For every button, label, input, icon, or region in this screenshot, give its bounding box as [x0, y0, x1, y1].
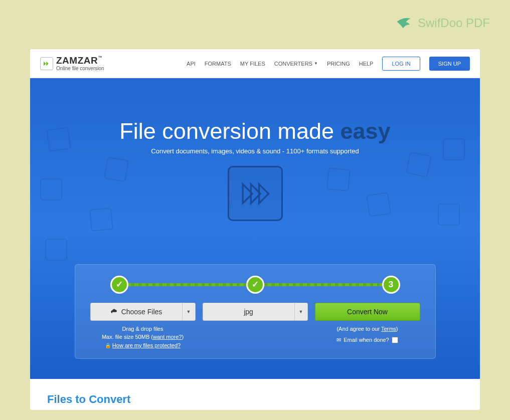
- brand-logo[interactable]: ZAMZAR™ Online file conversion: [40, 56, 104, 71]
- nav-converters[interactable]: CONVERTERS▼: [274, 61, 318, 67]
- file-protection-link[interactable]: How are my files protected?: [112, 342, 181, 348]
- upload-hints: Drag & drop files Max. file size 50MB (w…: [102, 325, 184, 350]
- zamzar-arrows-icon: [42, 59, 51, 68]
- chevron-down-icon[interactable]: ▼: [182, 303, 195, 320]
- nav-formats[interactable]: FORMATS: [205, 61, 231, 67]
- step-2-done: ✓: [246, 276, 264, 294]
- cloud-upload-icon: [110, 308, 118, 316]
- watermark-text: SwifDoo PDF: [418, 16, 490, 30]
- brand-name: ZAMZAR: [56, 55, 98, 66]
- nav-pricing[interactable]: PRICING: [327, 61, 350, 67]
- chevron-down-icon: ▼: [314, 61, 318, 66]
- step-3-current: 3: [382, 276, 400, 294]
- email-when-done-label: Email when done?: [344, 336, 389, 344]
- conversion-panel: ✓ ✓ 3 Choose Files ▼ Drag & drop files: [75, 264, 436, 359]
- files-heading: Files to Convert: [47, 393, 463, 406]
- email-when-done-checkbox[interactable]: [392, 337, 398, 343]
- format-select[interactable]: jpg ▼: [203, 303, 308, 321]
- swifdoo-watermark: SwifDoo PDF: [395, 14, 490, 32]
- main-nav: API FORMATS MY FILES CONVERTERS▼ PRICING…: [187, 57, 470, 71]
- step-indicator: ✓ ✓ 3: [110, 276, 400, 294]
- step-1-done: ✓: [110, 276, 128, 294]
- top-navbar: ZAMZAR™ Online file conversion API FORMA…: [30, 49, 480, 78]
- email-icon: ✉: [336, 336, 341, 344]
- nav-myfiles[interactable]: MY FILES: [240, 61, 265, 67]
- want-more-link[interactable]: want more?: [153, 334, 182, 340]
- hero-subtitle: Convert documents, images, videos & soun…: [30, 147, 480, 155]
- swifdoo-bird-icon: [395, 14, 413, 32]
- files-to-convert-section: Files to Convert FILE NAME FILE SIZE PRO…: [30, 379, 480, 410]
- brand-tagline: Online file conversion: [56, 66, 104, 71]
- login-button[interactable]: LOG IN: [382, 57, 420, 71]
- signup-button[interactable]: SIGN UP: [429, 57, 470, 71]
- chevron-down-icon[interactable]: ▼: [294, 303, 307, 320]
- hero-heading: File conversion made easy: [30, 118, 480, 144]
- hero-logo-icon: [228, 166, 283, 221]
- terms-note: (And agree to our Terms): [336, 325, 398, 333]
- nav-help[interactable]: HELP: [359, 61, 374, 67]
- nav-api[interactable]: API: [187, 61, 196, 67]
- convert-now-button[interactable]: Convert Now: [315, 303, 420, 321]
- browser-window: ZAMZAR™ Online file conversion API FORMA…: [30, 49, 480, 410]
- lock-icon: 🔒: [105, 343, 111, 348]
- choose-files-button[interactable]: Choose Files ▼: [90, 303, 196, 321]
- hero-section: File conversion made easy Convert docume…: [30, 78, 480, 379]
- terms-link[interactable]: Terms: [381, 326, 396, 332]
